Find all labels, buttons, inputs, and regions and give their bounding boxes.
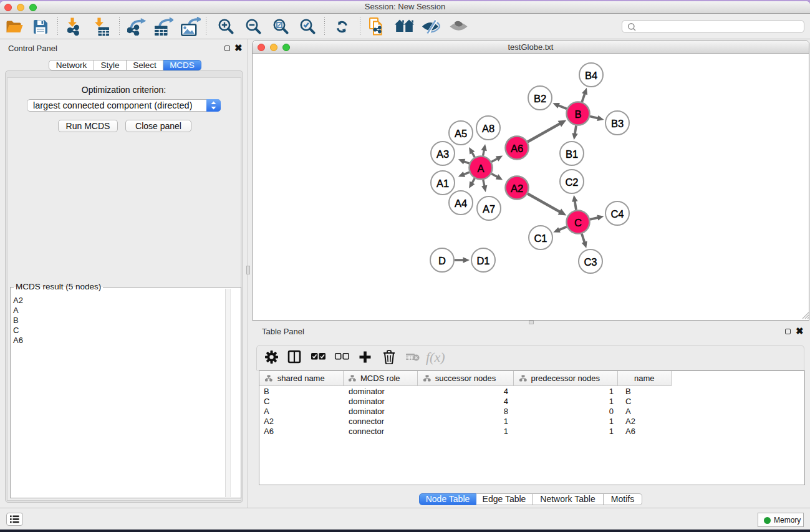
svg-text:C1: C1 [534, 233, 547, 244]
svg-text:B4: B4 [585, 70, 597, 81]
svg-text:A3: A3 [436, 148, 449, 160]
svg-text:B2: B2 [534, 93, 546, 104]
svg-text:C: C [574, 217, 582, 228]
svg-text:B: B [574, 109, 581, 120]
svg-text:D1: D1 [476, 255, 489, 266]
svg-text:B1: B1 [566, 148, 578, 160]
svg-text:A8: A8 [482, 123, 494, 134]
svg-text:C3: C3 [584, 256, 597, 268]
svg-text:A1: A1 [436, 178, 449, 189]
svg-text:C2: C2 [565, 177, 578, 188]
svg-text:D: D [438, 255, 446, 266]
svg-text:A5: A5 [455, 128, 467, 139]
svg-text:A: A [477, 163, 484, 174]
svg-text:A4: A4 [455, 198, 467, 209]
svg-text:B3: B3 [611, 118, 624, 129]
svg-text:C4: C4 [610, 208, 624, 220]
svg-text:A6: A6 [511, 143, 523, 154]
svg-text:A2: A2 [511, 183, 523, 194]
svg-text:A7: A7 [483, 203, 495, 215]
